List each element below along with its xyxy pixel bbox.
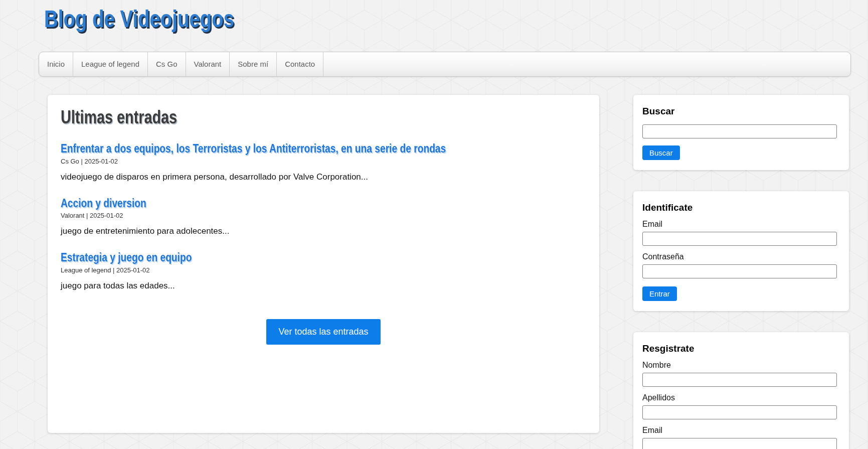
- post-excerpt: juego para todas las edades...: [61, 281, 586, 291]
- register-name-label: Nombre: [642, 361, 837, 370]
- post-meta: Valorant | 2025-01-02: [61, 212, 586, 219]
- login-email-label: Email: [642, 220, 837, 229]
- site-title-text: Blog de Videojuegos: [44, 6, 234, 33]
- login-panel: Identificate Email Contraseña Entrar: [633, 191, 849, 311]
- nav-item-sobre-mi[interactable]: Sobre mí: [230, 52, 277, 76]
- search-panel: Buscar Buscar: [633, 95, 849, 170]
- latest-posts-panel: Ultimas entradas Enfrentar a dos equipos…: [48, 95, 599, 433]
- post-title-link[interactable]: Accion y diversion: [61, 196, 167, 210]
- login-password-label: Contraseña: [642, 252, 837, 261]
- register-surname-input[interactable]: [642, 405, 837, 419]
- post-title-link[interactable]: Estrategia y juego en equipo: [61, 250, 225, 264]
- post-item: Estrategia y juego en equipo League of l…: [61, 250, 586, 291]
- sidebar: Buscar Buscar Identificate Email Contras…: [633, 95, 849, 449]
- register-email-label: Email: [642, 426, 837, 435]
- post-excerpt: juego de entretenimiento para adolecente…: [61, 226, 586, 236]
- page-title: Blog de Videojuegos: [0, 0, 868, 33]
- nav-item-cs-go[interactable]: Cs Go: [148, 52, 186, 76]
- post-item: Enfrentar a dos equipos, los Terroristas…: [61, 141, 586, 182]
- nav-item-league-of-legend[interactable]: League of legend: [73, 52, 148, 76]
- register-panel: Resgistrate Nombre Apellidos Email: [633, 332, 849, 449]
- register-email-input[interactable]: [642, 438, 837, 449]
- main-nav: Inicio League of legend Cs Go Valorant S…: [39, 52, 851, 77]
- login-button[interactable]: Entrar: [642, 286, 677, 301]
- post-meta: League of legend | 2025-01-02: [61, 266, 586, 274]
- post-excerpt: videojuego de disparos en primera person…: [61, 172, 586, 182]
- register-name-input[interactable]: [642, 373, 837, 387]
- search-heading: Buscar: [642, 106, 837, 117]
- post-title-link[interactable]: Enfrentar a dos equipos, los Terroristas…: [61, 141, 542, 155]
- post-item: Accion y diversion Valorant | 2025-01-02…: [61, 196, 586, 237]
- post-meta: Cs Go | 2025-01-02: [61, 158, 586, 165]
- view-all-container: Ver todas las entradas: [61, 319, 586, 345]
- search-input[interactable]: [642, 124, 837, 138]
- nav-item-contacto[interactable]: Contacto: [277, 52, 323, 76]
- nav-item-valorant[interactable]: Valorant: [186, 52, 230, 76]
- login-password-input[interactable]: [642, 264, 837, 278]
- search-button[interactable]: Buscar: [642, 145, 680, 160]
- login-email-input[interactable]: [642, 232, 837, 246]
- register-surname-label: Apellidos: [642, 393, 837, 402]
- register-heading: Resgistrate: [642, 343, 837, 354]
- login-heading: Identificate: [642, 202, 837, 213]
- view-all-entries-button[interactable]: Ver todas las entradas: [266, 319, 380, 345]
- latest-posts-heading: Ultimas entradas: [61, 107, 586, 127]
- nav-item-inicio[interactable]: Inicio: [39, 52, 73, 76]
